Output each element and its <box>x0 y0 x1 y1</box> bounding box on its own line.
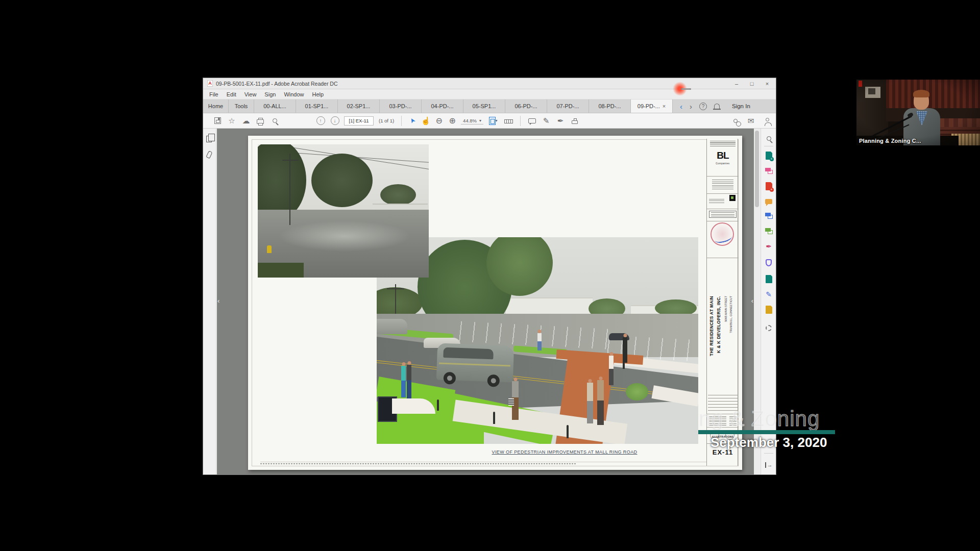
favorites-star-icon[interactable]: ☆ <box>225 116 239 126</box>
scan-ocr-icon[interactable] <box>761 224 776 238</box>
send-email-icon[interactable]: ✉ <box>743 116 758 126</box>
tab-bar: Home Tools 00-ALL... 01-SP1... 02-SP1...… <box>203 99 776 113</box>
select-tool-icon[interactable]: ➤ <box>406 113 419 128</box>
organize-pages-icon[interactable] <box>761 209 776 222</box>
zoom-out-icon[interactable]: ⊖ <box>432 116 446 126</box>
tab-label: Tools <box>235 103 248 109</box>
document-area[interactable]: VIEW OF PEDESTRIAN IMPROVEMENTS AT MALL … <box>217 129 760 474</box>
search-icon[interactable] <box>267 118 282 123</box>
page-thumbnails-icon[interactable] <box>206 136 212 142</box>
tab-doc-06-pd[interactable]: 06-PD-... <box>505 99 547 113</box>
search-tools-icon[interactable] <box>761 132 776 145</box>
expand-arrow-glyph: → <box>765 462 773 468</box>
menu-edit[interactable]: Edit <box>227 91 236 97</box>
pedestrian-pair-left <box>401 366 406 397</box>
tab-scroll-left-icon[interactable]: ‹ <box>680 102 682 111</box>
cloud-upload-icon[interactable]: ☁ <box>239 116 253 126</box>
menu-window[interactable]: Window <box>284 91 304 97</box>
acrobat-window: A 09-PB-5001-EX-11.pdf - Adobe Acrobat R… <box>203 78 776 475</box>
tab-tools[interactable]: Tools <box>229 99 254 113</box>
fill-sign-tool-icon[interactable]: ✒ <box>761 240 776 253</box>
combine-files-icon[interactable] <box>761 164 776 178</box>
scrollbar-thumb[interactable] <box>755 131 759 207</box>
tab-doc-03-pd[interactable]: 03-PD-... <box>380 99 422 113</box>
page-number-input[interactable]: [1] EX-11 <box>344 116 374 126</box>
main-toolbar: ☆ ☁ ↑ ↓ [1] EX-11 (1 of 1) ➤ ☝ ⊖ ⊕ 44.8%… <box>203 113 776 129</box>
person-glyph <box>766 118 769 121</box>
page-display-dropdown[interactable]: ▾ <box>485 117 501 125</box>
rendering-caption: VIEW OF PEDESTRIAN IMPROVEMENTS AT MALL … <box>488 449 641 455</box>
sign-in-button[interactable]: Sign In <box>727 103 755 109</box>
tab-doc-02-sp1[interactable]: 02-SP1... <box>338 99 380 113</box>
collapse-right-pane-icon[interactable]: ‹ <box>751 297 753 305</box>
grass-edge <box>258 263 304 278</box>
caret-down-icon: ▾ <box>479 118 481 123</box>
document-glyph <box>766 275 772 283</box>
more-tools-icon[interactable] <box>761 321 776 335</box>
minimize-button[interactable]: – <box>729 78 744 89</box>
window-title: 09-PB-5001-EX-11.pdf - Adobe Acrobat Rea… <box>216 81 338 87</box>
export-pdf-icon[interactable]: + <box>761 180 776 193</box>
pencil-markup-icon[interactable]: ✎ <box>539 116 553 126</box>
print-icon[interactable] <box>253 118 267 124</box>
next-page-icon[interactable]: ↓ <box>328 116 342 125</box>
plus-badge: + <box>770 188 774 192</box>
notifications-bell-icon[interactable] <box>714 104 720 109</box>
share-link-icon[interactable] <box>728 119 743 123</box>
firm-logo-section: BL Companies <box>707 139 739 177</box>
tab-close-icon[interactable]: × <box>663 103 666 109</box>
menu-sign[interactable]: Sign <box>264 91 276 97</box>
tab-doc-00-all[interactable]: 00-ALL... <box>254 99 296 113</box>
compress-pdf-icon[interactable] <box>761 272 776 286</box>
attachments-icon[interactable] <box>206 151 212 159</box>
floppy-glyph <box>214 117 221 124</box>
comment-icon[interactable] <box>525 118 539 123</box>
tab-home[interactable]: Home <box>203 99 229 113</box>
tab-label: 06-PD-... <box>514 103 537 109</box>
share-with-others-icon[interactable] <box>758 120 776 121</box>
speech-bubble-glyph <box>765 199 772 204</box>
tab-scroll-right-icon[interactable]: › <box>690 102 692 111</box>
protect-icon[interactable] <box>761 256 776 269</box>
tab-label: 08-PD-... <box>598 103 621 109</box>
create-pdf-icon[interactable]: + <box>761 149 776 162</box>
close-button[interactable]: × <box>760 78 775 89</box>
tree <box>311 154 373 207</box>
menu-help[interactable]: Help <box>312 91 324 97</box>
tab-label: 04-PD-... <box>431 103 453 109</box>
pedestrian-pair-left <box>407 365 411 398</box>
hand-tool-icon[interactable]: ☝ <box>419 116 432 126</box>
firm-address-section <box>707 177 739 194</box>
help-icon[interactable]: ? <box>699 103 707 110</box>
partner-name-text <box>709 199 724 204</box>
project-city: TRUMBULL, CONNECTICUT <box>729 296 732 333</box>
tab-doc-08-pd[interactable]: 08-PD-... <box>589 99 631 113</box>
measure-ruler-icon[interactable] <box>501 118 516 123</box>
tab-doc-07-pd[interactable]: 07-PD-... <box>547 99 589 113</box>
menu-view[interactable]: View <box>244 91 257 97</box>
maximize-button[interactable]: □ <box>744 78 760 89</box>
expand-tools-pane-icon[interactable]: → <box>761 458 776 471</box>
tab-doc-05-sp1[interactable]: 05-SP1... <box>463 99 505 113</box>
prepare-form-icon[interactable] <box>761 303 776 316</box>
link-glyph <box>733 119 738 123</box>
comment-tool-icon[interactable] <box>761 195 776 208</box>
collapse-left-pane-icon[interactable]: ‹ <box>217 297 219 305</box>
tab-doc-01-sp1[interactable]: 01-SP1... <box>296 99 338 113</box>
tab-doc-09-pd-active[interactable]: 09-PD-... × <box>631 99 673 113</box>
window-controls: – □ × <box>729 78 775 89</box>
striped-bag <box>508 398 514 406</box>
fill-sign-icon[interactable]: ✒ <box>553 116 568 126</box>
zoom-in-icon[interactable]: ⊕ <box>446 116 459 126</box>
zoom-level-dropdown[interactable]: 44.8% ▾ <box>461 117 483 124</box>
stamp-icon[interactable] <box>568 118 582 124</box>
menu-file[interactable]: File <box>209 91 218 97</box>
bollard <box>567 425 569 438</box>
save-icon[interactable] <box>210 117 225 124</box>
magnifier-glyph <box>273 118 277 123</box>
previous-page-icon[interactable]: ↑ <box>313 116 328 125</box>
light-pole-arm <box>387 288 404 289</box>
certificates-icon[interactable]: ✎ <box>761 288 776 301</box>
tab-doc-04-pd[interactable]: 04-PD-... <box>422 99 463 113</box>
down-arrow-glyph: ↓ <box>331 116 339 125</box>
